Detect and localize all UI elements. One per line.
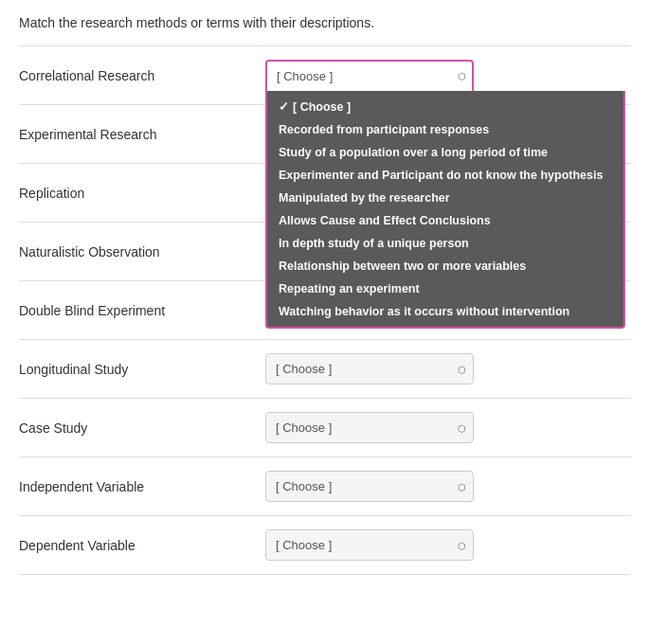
- row-correlational-research: Correlational Research [ Choose ] Record…: [19, 46, 631, 105]
- dropdown-item-choose[interactable]: [ Choose ]: [267, 95, 623, 118]
- select-wrapper-correlational: [ Choose ] Recorded from participant res…: [265, 60, 474, 91]
- select-dependent-variable[interactable]: [ Choose ] Recorded from participant res…: [265, 529, 474, 561]
- select-correlational-research[interactable]: [ Choose ] Recorded from participant res…: [265, 60, 474, 91]
- label-independent-variable: Independent Variable: [19, 479, 265, 494]
- label-naturalistic-observation: Naturalistic Observation: [19, 244, 265, 259]
- select-case-study[interactable]: [ Choose ] Recorded from participant res…: [265, 412, 474, 443]
- label-replication: Replication: [19, 186, 265, 201]
- dropdown-item-relationship[interactable]: Relationship between two or more variabl…: [267, 255, 623, 277]
- row-dependent-variable: Dependent Variable [ Choose ] Recorded f…: [19, 516, 631, 575]
- row-longitudinal-study: Longitudinal Study [ Choose ] Recorded f…: [19, 340, 631, 399]
- label-longitudinal-study: Longitudinal Study: [19, 362, 265, 377]
- row-case-study: Case Study [ Choose ] Recorded from part…: [19, 399, 631, 457]
- instructions-text: Match the research methods or terms with…: [19, 15, 631, 30]
- dropdown-item-experimenter-participant[interactable]: Experimenter and Participant do not know…: [267, 164, 623, 187]
- dropdown-item-repeating[interactable]: Repeating an experiment: [267, 277, 623, 300]
- dropdown-item-in-depth[interactable]: In depth study of a unique person: [267, 232, 623, 255]
- dropdown-item-study-population[interactable]: Study of a population over a long period…: [267, 141, 623, 164]
- select-longitudinal-study[interactable]: [ Choose ] Recorded from participant res…: [265, 353, 474, 385]
- label-double-blind: Double Blind Experiment: [19, 303, 265, 318]
- label-case-study: Case Study: [19, 420, 265, 436]
- select-wrapper-longitudinal: [ Choose ] Recorded from participant res…: [265, 353, 474, 385]
- label-experimental-research: Experimental Research: [19, 127, 265, 142]
- dropdown-item-cause-effect[interactable]: Allows Cause and Effect Conclusions: [267, 209, 623, 232]
- select-wrapper-dependent: [ Choose ] Recorded from participant res…: [265, 529, 474, 561]
- select-wrapper-case-study: [ Choose ] Recorded from participant res…: [265, 412, 474, 443]
- select-independent-variable[interactable]: [ Choose ] Recorded from participant res…: [265, 471, 474, 502]
- dropdown-item-recorded[interactable]: Recorded from participant responses: [267, 118, 623, 141]
- label-correlational-research: Correlational Research: [19, 68, 265, 83]
- dropdown-item-manipulated[interactable]: Manipulated by the researcher: [267, 187, 623, 209]
- page-container: Match the research methods or terms with…: [0, 0, 650, 590]
- dropdown-menu-correlational: [ Choose ] Recorded from participant res…: [265, 91, 625, 329]
- label-dependent-variable: Dependent Variable: [19, 538, 265, 553]
- dropdown-item-watching[interactable]: Watching behavior as it occurs without i…: [267, 300, 623, 323]
- select-wrapper-independent: [ Choose ] Recorded from participant res…: [265, 471, 474, 502]
- row-independent-variable: Independent Variable [ Choose ] Recorded…: [19, 457, 631, 516]
